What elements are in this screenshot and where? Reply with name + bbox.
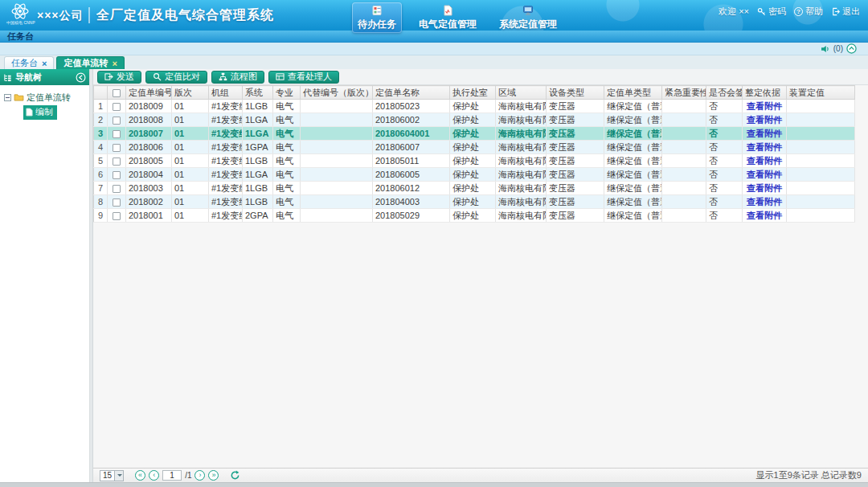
row-checkbox[interactable] <box>113 158 121 166</box>
page-size-select[interactable]: 15 <box>100 470 124 481</box>
last-page-button[interactable]: » <box>208 470 219 481</box>
row-checkbox-cell <box>108 113 126 127</box>
prev-page-button[interactable]: ‹ <box>149 470 159 481</box>
cell-sheet-id: 2018002 <box>126 195 172 209</box>
first-page-button[interactable]: « <box>135 470 145 481</box>
column-header[interactable]: 机组 <box>209 86 243 100</box>
view-attachment-link[interactable]: 查看附件 <box>747 129 782 138</box>
tree-collapse-icon[interactable] <box>4 94 11 101</box>
speaker-icon[interactable] <box>821 45 830 53</box>
row-checkbox[interactable] <box>113 212 121 220</box>
cell-department: 保护处 <box>450 154 496 168</box>
cell-sheet-name: 201806005 <box>373 168 450 182</box>
tab-setting-sheet-flow-close-icon[interactable]: × <box>112 59 117 68</box>
column-header[interactable]: 定值单类型 <box>604 86 662 100</box>
cell-department: 保护处 <box>450 127 496 141</box>
table-row[interactable]: 7201800301#1发变组1LGB电气201806012保护处海南核电有限公… <box>94 182 855 195</box>
sidebar-collapse-icon[interactable] <box>76 72 86 83</box>
table-header-row: 定值单编号版次机组系统专业代替编号（版次）定值单名称执行处室区域设备类型定值单类… <box>94 86 855 100</box>
cell-system: 1LGB <box>243 154 273 168</box>
column-header[interactable]: 区域 <box>496 86 547 100</box>
table-row[interactable]: 8201800201#1发变组1LGB电气201804003保护处海南核电有限公… <box>94 195 855 209</box>
company-name: ×××公司 <box>37 9 84 23</box>
tree-node-compile[interactable]: 编制 <box>23 105 85 120</box>
cell-device-setting <box>787 182 855 195</box>
tab-workbench-close-icon[interactable]: × <box>42 59 47 68</box>
setting-compare-button[interactable]: 定值比对 <box>145 71 207 84</box>
cell-replaced-id <box>301 127 373 141</box>
column-header[interactable]: 系统 <box>243 86 273 100</box>
cell-area: 海南核电有限公司 <box>496 154 547 168</box>
cell-urgency <box>662 168 706 182</box>
next-page-button[interactable]: › <box>194 470 205 481</box>
row-checkbox[interactable] <box>113 185 121 193</box>
table-row[interactable]: 6201800401#1发变组1LGA电气201806005保护处海南核电有限公… <box>94 168 855 182</box>
page-number-input[interactable] <box>162 470 182 481</box>
column-header[interactable]: 专业 <box>273 86 301 100</box>
grid-body: 1201800901#1发变组1LGB电气201805023保护处海南核电有限公… <box>94 100 855 223</box>
row-checkbox[interactable] <box>113 103 121 111</box>
nav-system-setting-mgmt[interactable]: 系统定值管理 <box>493 2 563 33</box>
scroll-top-icon[interactable] <box>846 43 857 54</box>
column-header[interactable]: 设备类型 <box>547 86 604 100</box>
tree-node-setting-sheet-flow[interactable]: 定值单流转 <box>4 91 85 104</box>
column-header[interactable]: 装置定值 <box>787 86 855 100</box>
table-row[interactable]: 9201800101#1发变组2GPA电气201805029保护处海南核电有限公… <box>94 209 855 223</box>
table-row[interactable]: 3201800701#1发变组1LGA电气20180604001保护处海南核电有… <box>94 127 855 141</box>
cell-sheet-type: 继保定值（普通） <box>604 127 662 141</box>
table-row[interactable]: 4201800601#1发变组1GPA电气201806007保护处海南核电有限公… <box>94 141 855 154</box>
refresh-icon[interactable] <box>230 470 240 481</box>
view-handler-button[interactable]: 查看处理人 <box>268 71 339 84</box>
column-header[interactable]: 是否会签 <box>706 86 743 100</box>
password-button[interactable]: 密码 <box>757 6 786 18</box>
view-attachment-link[interactable]: 查看附件 <box>747 197 782 207</box>
cell-setting-basis: 查看附件 <box>743 182 787 195</box>
column-header[interactable]: 紧急重要性 <box>662 86 706 100</box>
table-row[interactable]: 2201800801#1发变组1LGA电气201806002保护处海南核电有限公… <box>94 113 855 127</box>
cell-sheet-type: 继保定值（普通） <box>604 209 662 223</box>
table-row[interactable]: 5201800501#1发变组1LGB电气201805011保护处海南核电有限公… <box>94 154 855 168</box>
column-header[interactable]: 定值单名称 <box>373 86 450 100</box>
row-checkbox[interactable] <box>113 144 121 152</box>
column-header[interactable]: 版次 <box>172 86 209 100</box>
view-attachment-link[interactable]: 查看附件 <box>747 183 782 193</box>
cell-replaced-id <box>301 113 373 127</box>
table-row[interactable]: 1201800901#1发变组1LGB电气201805023保护处海南核电有限公… <box>94 100 855 113</box>
nav-electrical-setting-mgmt[interactable]: 电气定值管理 <box>413 2 482 33</box>
row-number-cell: 7 <box>94 182 108 195</box>
tab-workbench[interactable]: 任务台 × <box>4 56 54 69</box>
send-icon <box>104 72 113 81</box>
row-checkbox[interactable] <box>113 117 121 125</box>
cell-sheet-id: 2018006 <box>126 141 172 154</box>
tab-setting-sheet-flow-label: 定值单流转 <box>63 57 108 69</box>
view-attachment-link[interactable]: 查看附件 <box>747 156 782 166</box>
column-header[interactable]: 执行处室 <box>450 86 496 100</box>
view-attachment-link[interactable]: 查看附件 <box>747 211 782 220</box>
cell-countersign: 否 <box>706 195 743 209</box>
key-icon <box>757 7 766 16</box>
row-checkbox[interactable] <box>113 198 121 207</box>
view-attachment-link[interactable]: 查看附件 <box>747 115 782 125</box>
flowchart-button[interactable]: 流程图 <box>211 71 264 84</box>
column-header[interactable]: 定值单编号 <box>126 86 172 100</box>
view-attachment-link[interactable]: 查看附件 <box>747 170 782 179</box>
send-button[interactable]: 发送 <box>97 71 141 84</box>
cell-setting-basis: 查看附件 <box>743 100 787 113</box>
logout-button[interactable]: 退出 <box>831 6 860 18</box>
help-button[interactable]: ? 帮助 <box>794 6 823 18</box>
cell-urgency <box>662 182 706 195</box>
cell-system: 1LGB <box>243 100 273 113</box>
cell-setting-basis: 查看附件 <box>743 113 787 127</box>
company-logo: 中国核电 CNNP <box>6 2 34 25</box>
tab-setting-sheet-flow[interactable]: 定值单流转 × <box>56 56 124 69</box>
column-header[interactable]: 代替编号（版次） <box>301 86 373 100</box>
nav-todo-tasks[interactable]: 待办任务 <box>352 2 402 33</box>
view-attachment-link[interactable]: 查看附件 <box>747 101 782 111</box>
column-header[interactable]: 整定依据 <box>743 86 787 100</box>
tree-node-compile-label: 编制 <box>35 106 53 118</box>
view-attachment-link[interactable]: 查看附件 <box>747 142 782 152</box>
select-all-header <box>108 86 126 100</box>
row-checkbox[interactable] <box>113 130 121 138</box>
select-all-checkbox[interactable] <box>113 89 121 97</box>
row-checkbox[interactable] <box>113 171 121 179</box>
